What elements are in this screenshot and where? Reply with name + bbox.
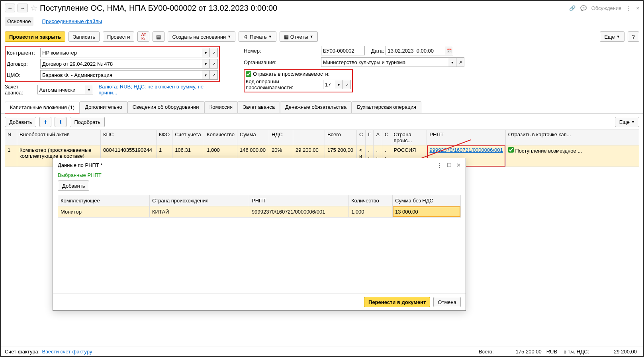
col-acct[interactable]: Счет учета <box>172 130 204 145</box>
print-button[interactable]: 🖨 Печать ▼ <box>239 31 276 42</box>
dt-kt-icon[interactable]: АтКт <box>137 31 149 42</box>
dialog-title: Данные по РНПТ * <box>58 162 102 168</box>
favorite-star-icon[interactable]: ☆ <box>30 3 37 13</box>
tab-accounting[interactable]: Бухгалтерская операция <box>352 101 421 113</box>
dropdown-icon[interactable]: ▾ <box>335 80 343 89</box>
subnav: Основное Присоединенные файлы <box>1 15 643 29</box>
post-button[interactable]: Провести <box>103 31 135 42</box>
col-rnpt[interactable]: РНПТ <box>427 130 505 145</box>
col-s2[interactable]: С <box>382 130 391 145</box>
contragent-input[interactable] <box>40 48 202 57</box>
open-icon[interactable]: ↗ <box>210 48 218 57</box>
nav-back-button[interactable]: ← <box>5 4 15 12</box>
add-row-button[interactable]: Добавить <box>5 117 36 127</box>
org-input[interactable] <box>321 57 448 67</box>
subnav-main[interactable]: Основное <box>5 17 33 26</box>
cell-card: Поступление возмездное ... <box>505 145 639 167</box>
contract-input[interactable] <box>40 59 202 69</box>
tab-capital[interactable]: Капитальные вложения (1) <box>5 102 80 114</box>
cmo-label: ЦМО: <box>7 72 39 78</box>
tab-more-button[interactable]: Еще ▼ <box>615 117 639 127</box>
create-based-button[interactable]: Создать на основании ▼ <box>168 31 235 42</box>
dropdown-icon[interactable]: ▾ <box>202 70 210 80</box>
col-qty[interactable]: Количество <box>204 130 237 145</box>
col-c[interactable]: С <box>356 130 365 145</box>
col-sum[interactable]: Сумма <box>237 130 269 145</box>
cmo-input[interactable] <box>40 70 202 80</box>
reports-button[interactable]: ▦ Отчеты ▼ <box>280 31 318 42</box>
opcode-label: Код операции прослеживаемости: <box>246 78 321 90</box>
subnav-files[interactable]: Присоединенные файлы <box>40 17 105 26</box>
rnpt-dialog: Данные по РНПТ * ⋮ ☐ ✕ Выбранные РНПТ До… <box>53 158 466 311</box>
save-button[interactable]: Записать <box>69 31 100 42</box>
structure-icon[interactable]: ▤ <box>153 31 164 42</box>
date-input[interactable] <box>386 46 445 55</box>
number-input[interactable] <box>321 46 365 55</box>
dcol-country[interactable]: Страна происхождения <box>150 195 249 206</box>
discussion-icon[interactable]: 💬 <box>580 5 587 11</box>
sf-label: Счет-фактура: <box>5 349 39 355</box>
tabs: Капитальные вложения (1) Дополнительно С… <box>1 101 643 113</box>
currency: RUB <box>546 349 557 355</box>
tab-additional[interactable]: Дополнительно <box>80 101 127 113</box>
tab-commission[interactable]: Комиссия <box>204 101 238 113</box>
col-g[interactable]: Г <box>366 130 374 145</box>
rnpt-row[interactable]: Монитор КИТАЙ 99992370/160721/0000006/00… <box>58 206 461 218</box>
traceability-label: Отражать в прослеживаемости: <box>253 71 329 77</box>
dialog-ok-button[interactable]: Перенести в документ <box>364 297 430 307</box>
dcol-sum[interactable]: Сумма без НДС <box>393 195 461 206</box>
open-icon[interactable]: ↗ <box>210 59 218 69</box>
col-total[interactable]: Всего <box>325 130 356 145</box>
dialog-maximize-icon[interactable]: ☐ <box>447 162 452 168</box>
move-up-icon[interactable]: ⬆ <box>39 117 51 127</box>
traceability-checkbox[interactable] <box>246 71 251 77</box>
status-bar: Счет-фактура: Ввести счет-фактуру Всего:… <box>1 347 643 356</box>
opcode-input[interactable] <box>323 80 335 89</box>
nav-forward-button[interactable]: → <box>18 4 28 12</box>
kebab-icon[interactable]: ⋮ <box>626 5 631 11</box>
card-checkbox[interactable] <box>508 147 514 153</box>
col-n[interactable]: N <box>5 130 17 145</box>
cell-n: 1 <box>5 145 17 167</box>
open-icon[interactable]: ↗ <box>210 70 218 80</box>
tab-equipment[interactable]: Сведения об оборудовании <box>127 101 204 113</box>
dropdown-icon[interactable]: ▾ <box>85 85 93 94</box>
dropdown-icon[interactable]: ▾ <box>202 59 210 69</box>
col-vat[interactable]: НДС <box>269 130 293 145</box>
dialog-cancel-button[interactable]: Отмена <box>433 297 461 307</box>
sf-link[interactable]: Ввести счет-фактуру <box>42 349 92 355</box>
col-country[interactable]: Страна проис... <box>391 130 427 145</box>
org-label: Организация: <box>244 59 319 65</box>
close-icon[interactable]: × <box>636 5 639 11</box>
dcell-comp: Монитор <box>58 206 150 218</box>
more-button[interactable]: Еще ▼ <box>600 31 624 42</box>
col-kfo[interactable]: КФО <box>157 130 172 145</box>
dropdown-icon[interactable]: ▾ <box>448 57 456 67</box>
tab-obligations[interactable]: Денежные обязательства <box>280 101 352 113</box>
dropdown-icon[interactable]: ▾ <box>202 48 210 57</box>
pick-button[interactable]: Подобрать <box>70 117 104 127</box>
open-icon[interactable]: ↗ <box>343 80 351 89</box>
advance-input[interactable] <box>37 85 85 94</box>
move-down-icon[interactable]: ⬇ <box>55 117 67 127</box>
post-and-close-button[interactable]: Провести и закрыть <box>5 31 65 42</box>
col-asset[interactable]: Внеоборотный актив <box>17 130 101 145</box>
tab-advance[interactable]: Зачет аванса <box>238 101 280 113</box>
dcol-rnpt[interactable]: РНПТ <box>249 195 349 206</box>
link-icon[interactable]: 🔗 <box>569 5 575 11</box>
dcol-qty[interactable]: Количество <box>349 195 393 206</box>
contragent-label: Контрагент: <box>7 50 39 56</box>
calendar-icon[interactable]: 📅 <box>445 46 453 55</box>
dialog-close-icon[interactable]: ✕ <box>456 162 461 168</box>
dcol-comp[interactable]: Комплектующее <box>58 195 150 206</box>
col-kps[interactable]: КПС <box>101 130 157 145</box>
currency-link[interactable]: Валюта: RUB; НДС: не включен в сумму, не… <box>99 84 220 96</box>
col-card[interactable]: Отразить в карточке кап... <box>505 130 639 145</box>
dialog-kebab-icon[interactable]: ⋮ <box>437 162 442 168</box>
col-a[interactable]: А <box>374 130 382 145</box>
help-button[interactable]: ? <box>628 31 639 42</box>
contract-label: Договор: <box>7 61 39 67</box>
discussion-label[interactable]: Обсуждение <box>591 5 622 11</box>
dialog-add-button[interactable]: Добавить <box>58 180 89 191</box>
open-icon[interactable]: ↗ <box>456 57 464 67</box>
